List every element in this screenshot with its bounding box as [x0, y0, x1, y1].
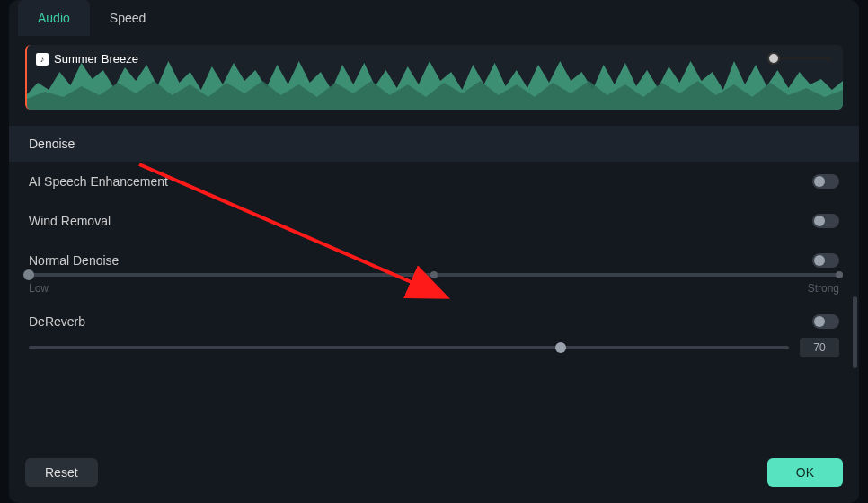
tab-bar: Audio Speed [9, 0, 859, 36]
label-wind-removal: Wind Removal [29, 214, 111, 228]
slider-tick-strong [836, 271, 843, 278]
section-header-denoise: Denoise [9, 126, 859, 162]
clip-title: ♪ Summer Breeze [36, 52, 138, 66]
clip-name: Summer Breeze [54, 52, 138, 66]
audio-waveform[interactable]: ♪ Summer Breeze [25, 45, 843, 110]
label-dereverb: DeReverb [29, 314, 85, 329]
audio-panel: Audio Speed ♪ Summer Breeze Denoise AI S… [9, 0, 859, 503]
slider-label-strong: Strong [808, 282, 839, 295]
value-dereverb[interactable]: 70 [800, 338, 839, 357]
row-ai-speech: AI Speech Enhancement [25, 162, 843, 201]
slider-thumb-low[interactable] [23, 269, 34, 280]
slider-label-mid: Mid [420, 282, 437, 295]
slider-normal-denoise[interactable]: Low Mid Strong [25, 273, 843, 302]
toggle-wind-removal[interactable] [812, 214, 839, 228]
label-normal-denoise: Normal Denoise [29, 253, 119, 268]
toggle-dereverb[interactable] [812, 314, 839, 329]
waveform-svg [27, 45, 843, 110]
tab-speed[interactable]: Speed [90, 0, 165, 36]
ok-button[interactable]: OK [767, 458, 843, 487]
scrollbar[interactable] [853, 296, 857, 368]
slider-dereverb[interactable]: 70 [25, 336, 843, 357]
row-normal-denoise: Normal Denoise [25, 241, 843, 273]
music-note-icon: ♪ [36, 53, 49, 66]
slider-thumb-dereverb[interactable] [555, 342, 566, 353]
toggle-ai-speech[interactable] [812, 174, 839, 189]
tab-audio[interactable]: Audio [18, 0, 90, 36]
slider-label-low: Low [29, 282, 49, 295]
content-area: ♪ Summer Breeze Denoise AI Speech Enhanc… [9, 36, 859, 446]
slider-tick-mid [430, 271, 438, 278]
row-dereverb: DeReverb [25, 302, 843, 336]
row-wind-removal: Wind Removal [25, 201, 843, 241]
volume-handle[interactable] [767, 52, 780, 65]
footer: Reset OK [9, 446, 859, 503]
label-ai-speech: AI Speech Enhancement [29, 174, 168, 189]
reset-button[interactable]: Reset [25, 458, 98, 487]
slider-labels: Low Mid Strong [29, 282, 839, 295]
toggle-normal-denoise[interactable] [812, 253, 839, 268]
